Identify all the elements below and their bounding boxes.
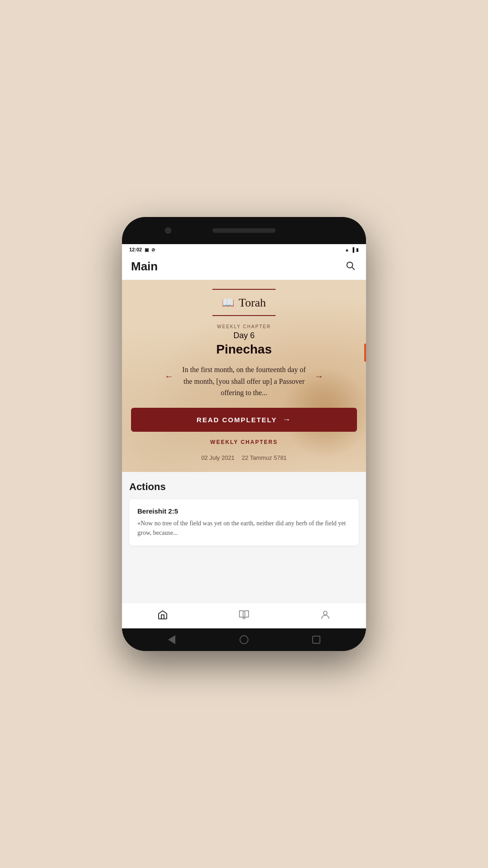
svg-point-2 <box>324 611 327 615</box>
wifi-icon: ▲ <box>345 247 349 252</box>
svg-line-1 <box>352 267 354 269</box>
search-button[interactable] <box>343 259 357 274</box>
phone-frame: 12:02 ▣ ⊘ ▲ ▐ ▮ Main <box>122 217 366 651</box>
status-time: 12:02 <box>129 247 142 252</box>
app-header: Main <box>122 255 366 280</box>
person-icon <box>320 609 331 620</box>
recents-button[interactable] <box>311 634 322 645</box>
signal-icon: ▐ <box>351 247 354 252</box>
read-arrow-icon: → <box>282 415 291 425</box>
action-card-text: «Now no tree of the field was yet on the… <box>137 519 351 538</box>
speaker <box>212 228 276 233</box>
action-card-reference: Bereishit 2:5 <box>137 507 351 515</box>
phone-top-bar <box>122 217 366 244</box>
status-bar: 12:02 ▣ ⊘ ▲ ▐ ▮ <box>122 244 366 255</box>
sim-icon: ▣ <box>145 247 149 252</box>
nav-book-button[interactable] <box>230 608 258 622</box>
torah-section: 📖 Torah WEEKLY CHAPTER Day 6 Pinechas ← … <box>122 280 366 472</box>
hebrew-date: 22 Tammuz 5781 <box>242 454 287 461</box>
no-disturb-icon: ⊘ <box>151 247 155 252</box>
day-label: Day 6 <box>233 331 254 340</box>
weekly-chapter-label: WEEKLY CHAPTER <box>217 324 271 329</box>
next-chapter-button[interactable]: → <box>312 368 326 384</box>
app-title: Main <box>131 259 158 274</box>
action-card[interactable]: Bereishit 2:5 «Now no tree of the field … <box>129 499 359 546</box>
chapter-nav: ← In the first month, on the fourteenth … <box>131 364 357 399</box>
status-left: 12:02 ▣ ⊘ <box>129 247 155 252</box>
phone-screen: 12:02 ▣ ⊘ ▲ ▐ ▮ Main <box>122 244 366 628</box>
read-completely-button[interactable]: READ COMPLETELY → <box>131 408 357 432</box>
read-completely-label: READ COMPLETELY <box>197 416 277 424</box>
bottom-nav <box>122 603 366 628</box>
torah-title-row: 📖 Torah <box>222 296 266 310</box>
gregorian-date: 02 July 2021 <box>201 454 235 461</box>
book-open-icon <box>239 609 249 620</box>
scroll-indicator <box>364 344 366 362</box>
torah-title: Torah <box>239 296 266 310</box>
prev-chapter-button[interactable]: ← <box>162 368 176 384</box>
main-content: 📖 Torah WEEKLY CHAPTER Day 6 Pinechas ← … <box>122 280 366 603</box>
nav-profile-button[interactable] <box>311 608 340 622</box>
torah-content: 📖 Torah WEEKLY CHAPTER Day 6 Pinechas ← … <box>131 289 357 461</box>
actions-title: Actions <box>129 481 359 493</box>
actions-section: Actions Bereishit 2:5 «Now no tree of th… <box>122 472 366 603</box>
divider-bottom <box>212 315 276 316</box>
phone-bottom-bar <box>122 628 366 651</box>
divider-top <box>212 289 276 290</box>
home-icon <box>157 609 168 620</box>
book-icon: 📖 <box>222 297 234 309</box>
chapter-name: Pinechas <box>216 342 272 357</box>
home-button[interactable] <box>239 634 249 645</box>
battery-icon: ▮ <box>356 247 359 252</box>
camera <box>165 227 171 234</box>
date-row: 02 July 2021 22 Tammuz 5781 <box>201 454 286 461</box>
back-button[interactable] <box>166 634 177 645</box>
nav-home-button[interactable] <box>148 608 177 622</box>
status-right: ▲ ▐ ▮ <box>345 247 359 252</box>
weekly-chapters-button[interactable]: WEEKLY CHAPTERS <box>210 439 277 445</box>
chapter-excerpt: In the first month, on the fourteenth da… <box>181 364 307 399</box>
